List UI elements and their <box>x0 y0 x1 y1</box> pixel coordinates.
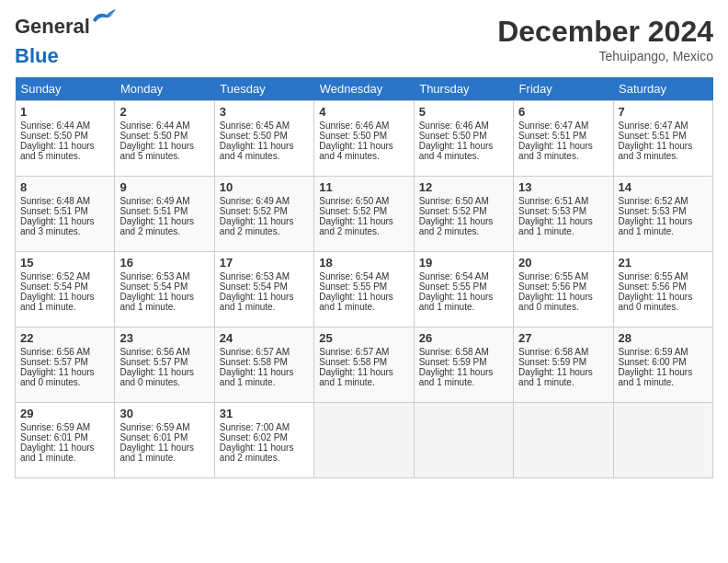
calendar-week-row: 22Sunrise: 6:56 AMSunset: 5:57 PMDayligh… <box>16 327 713 403</box>
calendar-cell: 18Sunrise: 6:54 AMSunset: 5:55 PMDayligh… <box>314 252 414 327</box>
calendar-cell <box>414 403 513 478</box>
day-info: and 0 minutes. <box>518 302 608 312</box>
day-info: Daylight: 11 hours <box>319 292 408 302</box>
day-info: and 1 minute. <box>619 377 708 387</box>
calendar-cell: 26Sunrise: 6:58 AMSunset: 5:59 PMDayligh… <box>414 327 513 403</box>
day-info: Sunrise: 6:54 AM <box>419 271 508 282</box>
calendar-cell <box>314 403 414 478</box>
day-info: Sunrise: 6:56 AM <box>119 347 209 357</box>
day-number: 21 <box>619 256 708 270</box>
day-info: Sunrise: 6:58 AM <box>419 347 508 357</box>
day-number: 11 <box>319 180 408 194</box>
calendar-cell: 6Sunrise: 6:47 AMSunset: 5:51 PMDaylight… <box>514 101 613 177</box>
day-info: and 1 minute. <box>220 302 309 312</box>
day-info: and 0 minutes. <box>119 377 209 387</box>
header-saturday: Saturday <box>613 77 712 101</box>
day-number: 7 <box>619 105 708 119</box>
logo-bird-icon <box>88 7 116 26</box>
day-number: 10 <box>220 180 309 194</box>
day-number: 24 <box>220 331 309 345</box>
day-number: 13 <box>518 180 608 194</box>
day-info: Sunset: 5:53 PM <box>518 206 608 216</box>
day-info: and 2 minutes. <box>119 226 209 236</box>
day-info: and 1 minute. <box>319 302 408 312</box>
day-info: Sunset: 6:02 PM <box>220 432 309 442</box>
day-info: Daylight: 11 hours <box>619 292 708 302</box>
day-number: 29 <box>20 407 109 420</box>
calendar-cell: 10Sunrise: 6:49 AMSunset: 5:52 PMDayligh… <box>214 177 313 252</box>
day-info: Sunrise: 6:46 AM <box>319 121 408 131</box>
day-info: Sunrise: 6:49 AM <box>220 196 309 206</box>
calendar-cell: 9Sunrise: 6:49 AMSunset: 5:51 PMDaylight… <box>115 177 214 252</box>
day-info: Daylight: 11 hours <box>119 367 209 377</box>
calendar-cell: 21Sunrise: 6:55 AMSunset: 5:56 PMDayligh… <box>613 252 712 327</box>
calendar-week-row: 1Sunrise: 6:44 AMSunset: 5:50 PMDaylight… <box>16 101 713 177</box>
day-number: 5 <box>419 105 508 119</box>
day-info: Daylight: 11 hours <box>20 141 109 151</box>
calendar-cell: 12Sunrise: 6:50 AMSunset: 5:52 PMDayligh… <box>414 177 513 252</box>
day-info: Daylight: 11 hours <box>619 367 708 377</box>
day-info: Daylight: 11 hours <box>419 141 508 151</box>
day-number: 26 <box>419 331 508 345</box>
day-info: Daylight: 11 hours <box>419 292 508 302</box>
calendar-cell: 4Sunrise: 6:46 AMSunset: 5:50 PMDaylight… <box>314 101 414 177</box>
header-wednesday: Wednesday <box>314 77 414 101</box>
calendar-cell: 27Sunrise: 6:58 AMSunset: 5:59 PMDayligh… <box>514 327 613 403</box>
calendar-cell: 29Sunrise: 6:59 AMSunset: 6:01 PMDayligh… <box>16 403 115 478</box>
header-monday: Monday <box>115 77 214 101</box>
day-info: and 5 minutes. <box>20 151 109 161</box>
day-info: Sunrise: 7:00 AM <box>220 422 309 432</box>
day-number: 6 <box>518 105 608 119</box>
day-info: and 1 minute. <box>319 377 408 387</box>
calendar-cell: 3Sunrise: 6:45 AMSunset: 5:50 PMDaylight… <box>214 101 313 177</box>
calendar-cell: 28Sunrise: 6:59 AMSunset: 6:00 PMDayligh… <box>613 327 712 403</box>
day-info: Sunrise: 6:53 AM <box>220 271 309 282</box>
day-info: Sunset: 5:56 PM <box>518 282 608 292</box>
day-info: Sunrise: 6:51 AM <box>518 196 608 206</box>
day-info: Sunrise: 6:45 AM <box>220 121 309 131</box>
day-info: Daylight: 11 hours <box>518 216 608 226</box>
calendar-week-row: 29Sunrise: 6:59 AMSunset: 6:01 PMDayligh… <box>16 403 713 478</box>
day-number: 1 <box>20 105 109 119</box>
day-info: Sunset: 5:59 PM <box>518 357 608 367</box>
day-info: Daylight: 11 hours <box>319 367 408 377</box>
day-info: and 1 minute. <box>518 226 608 236</box>
header-thursday: Thursday <box>414 77 513 101</box>
day-info: Sunset: 5:52 PM <box>220 206 309 216</box>
calendar-cell: 14Sunrise: 6:52 AMSunset: 5:53 PMDayligh… <box>613 177 712 252</box>
calendar-cell: 13Sunrise: 6:51 AMSunset: 5:53 PMDayligh… <box>514 177 613 252</box>
day-info: Sunset: 5:50 PM <box>119 131 209 141</box>
calendar-cell: 30Sunrise: 6:59 AMSunset: 6:01 PMDayligh… <box>115 403 214 478</box>
calendar-cell: 7Sunrise: 6:47 AMSunset: 5:51 PMDaylight… <box>613 101 712 177</box>
day-number: 9 <box>119 180 209 194</box>
day-info: Sunrise: 6:47 AM <box>518 121 608 131</box>
calendar-week-row: 15Sunrise: 6:52 AMSunset: 5:54 PMDayligh… <box>16 252 713 327</box>
day-info: and 0 minutes. <box>619 302 708 312</box>
day-info: Sunset: 6:00 PM <box>619 357 708 367</box>
day-info: Sunrise: 6:52 AM <box>20 271 109 282</box>
calendar-cell: 5Sunrise: 6:46 AMSunset: 5:50 PMDaylight… <box>414 101 513 177</box>
day-info: Daylight: 11 hours <box>419 216 508 226</box>
day-info: Sunset: 5:50 PM <box>419 131 508 141</box>
calendar-cell: 22Sunrise: 6:56 AMSunset: 5:57 PMDayligh… <box>16 327 115 403</box>
day-info: Sunrise: 6:55 AM <box>518 271 608 282</box>
day-info: Sunrise: 6:55 AM <box>619 271 708 282</box>
day-info: Sunrise: 6:50 AM <box>319 196 408 206</box>
day-info: Sunset: 5:51 PM <box>119 206 209 216</box>
calendar-cell <box>613 403 712 478</box>
day-info: and 4 minutes. <box>319 151 408 161</box>
calendar-header-row: SundayMondayTuesdayWednesdayThursdayFrid… <box>16 77 713 101</box>
day-info: Sunset: 5:51 PM <box>518 131 608 141</box>
day-info: Daylight: 11 hours <box>518 367 608 377</box>
day-info: and 5 minutes. <box>119 151 209 161</box>
day-info: Daylight: 11 hours <box>220 292 309 302</box>
page-header: General Blue December 2024 Tehuipango, M… <box>15 15 713 68</box>
day-info: Sunrise: 6:57 AM <box>319 347 408 357</box>
day-number: 2 <box>119 105 209 119</box>
calendar-table: SundayMondayTuesdayWednesdayThursdayFrid… <box>15 77 713 478</box>
day-info: and 2 minutes. <box>220 453 309 463</box>
day-number: 23 <box>119 331 209 345</box>
day-info: Daylight: 11 hours <box>220 442 309 453</box>
day-info: Sunrise: 6:54 AM <box>319 271 408 282</box>
day-info: and 1 minute. <box>20 453 109 463</box>
